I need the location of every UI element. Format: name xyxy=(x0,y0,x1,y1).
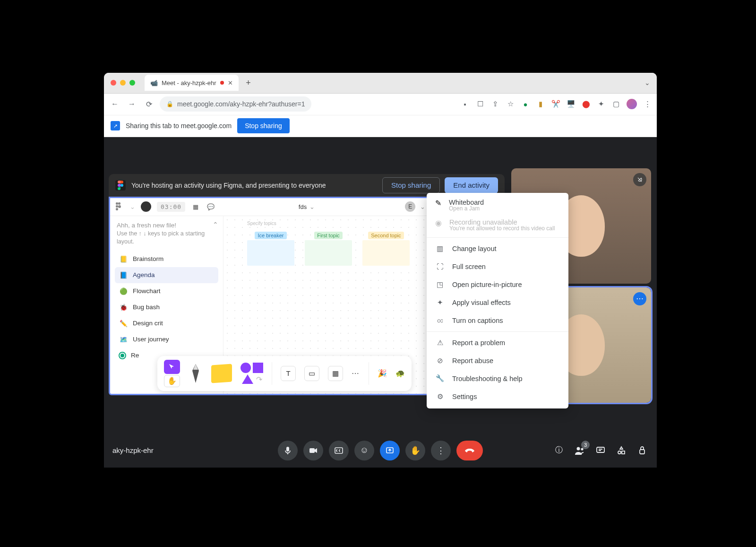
figma-menu-icon[interactable] xyxy=(115,202,124,211)
layout-grid-icon[interactable]: ▦ xyxy=(191,203,200,210)
menu-item-settings[interactable]: ⚙Settings xyxy=(427,388,568,406)
pencil-tool-icon[interactable] xyxy=(189,362,203,385)
text-tool-icon[interactable]: T xyxy=(281,366,296,381)
tab-close-icon[interactable]: ✕ xyxy=(228,79,233,87)
browser-tab[interactable]: 📹 Meet - aky-hzpk-ehr ✕ xyxy=(145,75,239,91)
back-button[interactable]: ← xyxy=(109,98,121,110)
template-item-agenda[interactable]: 📘Agenda xyxy=(115,267,218,283)
template-item-userjourney[interactable]: 🗺️User journey xyxy=(115,331,218,347)
hand-tool-icon[interactable]: ✋ xyxy=(164,375,180,387)
topic-card-second[interactable]: Second topic xyxy=(362,230,410,263)
menu-item-report-problem[interactable]: ⚠Report a problem xyxy=(427,334,568,352)
profile-avatar[interactable] xyxy=(627,99,637,109)
sidepanel-icon[interactable]: ▢ xyxy=(611,99,621,109)
template-item-bugbash[interactable]: 🐞Bug bash xyxy=(115,299,218,315)
shapes-tool[interactable]: ↷ xyxy=(241,363,263,384)
chevron-down-icon[interactable]: ⌄ xyxy=(420,203,425,210)
template-item-flowchart[interactable]: 🟢Flowchart xyxy=(115,283,218,299)
topic-card-first[interactable]: First topic xyxy=(305,230,352,263)
meet-right-controls: ⓘ 3 xyxy=(553,444,648,457)
more-options-button[interactable]: ⋮ xyxy=(431,441,451,460)
stop-tab-sharing-button[interactable]: Stop sharing xyxy=(237,118,290,133)
camera-toggle-button[interactable] xyxy=(303,441,323,460)
mic-muted-icon xyxy=(633,173,646,186)
reload-button[interactable]: ⟳ xyxy=(143,98,155,110)
titlebar: 📹 Meet - aky-hzpk-ehr ✕ + ⌄ xyxy=(104,73,657,94)
people-button[interactable]: 3 xyxy=(574,444,586,457)
camera-indicator-icon[interactable]: ▪ xyxy=(460,99,470,109)
template-item-designcrit[interactable]: ✏️Design crit xyxy=(115,315,218,331)
more-tools-icon[interactable]: ⋯ xyxy=(352,369,360,378)
layout-icon: ▥ xyxy=(435,245,445,252)
collapse-icon[interactable]: ⌃ xyxy=(213,221,218,228)
extensions-puzzle-icon[interactable]: ✦ xyxy=(596,99,606,109)
tabs-dropdown-icon[interactable]: ⌄ xyxy=(644,79,650,87)
template-item-brainstorm[interactable]: 📒Brainstorm xyxy=(115,251,218,267)
record-icon: ◉ xyxy=(435,218,442,232)
window-maximize-icon[interactable] xyxy=(129,80,135,86)
sticker-tool-icon[interactable]: 🐢 xyxy=(395,369,405,378)
stamp-tool-icon[interactable]: 🎉 xyxy=(378,369,387,378)
browser-window: 📹 Meet - aky-hzpk-ehr ✕ + ⌄ ← → ⟳ 🔒 meet… xyxy=(104,73,657,468)
participant-count-badge: 3 xyxy=(581,441,590,449)
figma-user-avatar[interactable] xyxy=(141,201,151,212)
captions-toggle-button[interactable] xyxy=(329,441,349,460)
tab-share-icon: ➚ xyxy=(111,121,120,130)
select-tool-icon[interactable] xyxy=(164,360,180,374)
table-tool-icon[interactable]: ▦ xyxy=(328,366,343,381)
bookmark-star-icon[interactable]: ☆ xyxy=(506,99,515,109)
new-tab-button[interactable]: + xyxy=(241,78,256,88)
sticky-note-tool-icon[interactable] xyxy=(211,364,232,383)
menu-item-troubleshoot[interactable]: 🔧Troubleshooting & help xyxy=(427,370,568,388)
extension-icon[interactable]: ▮ xyxy=(536,99,545,109)
tab-title: Meet - aky-hzpk-ehr xyxy=(162,79,216,87)
presenter-badge[interactable]: E xyxy=(405,201,415,212)
url-box[interactable]: 🔒 meet.google.com/aky-hzpk-ehr?authuser=… xyxy=(160,96,311,112)
kebab-menu-icon[interactable]: ⋮ xyxy=(643,99,652,109)
flowchart-icon: 🟢 xyxy=(119,287,128,295)
meeting-details-button[interactable]: ⓘ xyxy=(553,444,565,457)
share-icon[interactable]: ⇪ xyxy=(490,99,500,109)
activity-end-button[interactable]: End activity xyxy=(445,177,498,193)
extension-icon[interactable]: ● xyxy=(521,99,530,109)
host-controls-button[interactable] xyxy=(636,444,648,457)
leave-call-button[interactable] xyxy=(456,441,483,460)
present-screen-button[interactable] xyxy=(380,441,400,460)
section-tool-icon[interactable]: ▭ xyxy=(304,366,319,381)
toolbar-right: ▪ ☐ ⇪ ☆ ● ▮ ✂️ 🖥️ ⬤ ✦ ▢ ⋮ xyxy=(460,99,652,109)
captions-icon: ㏄ xyxy=(435,316,445,325)
chat-button[interactable] xyxy=(594,444,607,457)
forward-button[interactable]: → xyxy=(126,98,138,110)
menu-item-change-layout[interactable]: ▥Change layout xyxy=(427,240,568,258)
svg-point-0 xyxy=(120,184,123,187)
url-text: meet.google.com/aky-hzpk-ehr?authuser=1 xyxy=(177,100,305,108)
figma-doc-name[interactable]: fds⌄ xyxy=(299,203,315,210)
tile-more-icon[interactable]: ⋯ xyxy=(633,292,646,305)
extension-icon[interactable]: ✂️ xyxy=(551,99,560,109)
activity-banner-text: You're hosting an activity using Figma, … xyxy=(131,182,326,189)
activities-button[interactable] xyxy=(615,444,627,457)
mic-toggle-button[interactable] xyxy=(278,441,298,460)
menu-item-recording: ◉ Recording unavailableYou're not allowe… xyxy=(427,216,568,235)
comment-icon[interactable]: 💬 xyxy=(206,203,215,210)
menu-item-whiteboard[interactable]: ✎ WhiteboardOpen a Jam xyxy=(427,196,568,216)
raise-hand-button[interactable]: ✋ xyxy=(405,441,425,460)
menu-item-pip[interactable]: ◳Open picture-in-picture xyxy=(427,276,568,294)
recording-indicator-icon xyxy=(220,81,224,85)
circle-icon xyxy=(241,363,251,373)
tab-share-text: Sharing this tab to meet.google.com xyxy=(126,122,232,130)
window-minimize-icon[interactable] xyxy=(120,80,126,86)
extension-icon[interactable]: 🖥️ xyxy=(566,99,576,109)
figma-timer[interactable]: 03:00 xyxy=(157,202,185,212)
menu-item-captions[interactable]: ㏄Turn on captions xyxy=(427,312,568,330)
menu-item-report-abuse[interactable]: ⊘Report abuse xyxy=(427,352,568,370)
topic-card-icebreaker[interactable]: Ice breaker xyxy=(247,230,294,263)
activity-stop-sharing-button[interactable]: Stop sharing xyxy=(382,177,440,193)
window-close-icon[interactable] xyxy=(111,80,116,86)
tab-sharing-bar: ➚ Sharing this tab to meet.google.com St… xyxy=(104,115,657,137)
adblock-extension-icon[interactable]: ⬤ xyxy=(581,99,591,109)
reactions-button[interactable]: ☺ xyxy=(354,441,374,460)
open-external-icon[interactable]: ☐ xyxy=(475,99,485,109)
menu-item-effects[interactable]: ✦Apply visual effects xyxy=(427,294,568,312)
menu-item-full-screen[interactable]: ⛶Full screen xyxy=(427,258,568,276)
